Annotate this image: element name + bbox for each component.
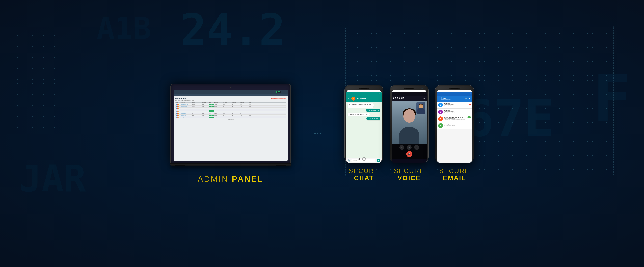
voice-statusbar: 12:30 ▲▲ ◼	[392, 92, 427, 96]
voice-nav-recent[interactable]: ▭	[418, 160, 420, 162]
email-avatar-3: N	[438, 116, 443, 121]
voice-speaker-button[interactable]: 🔊	[407, 145, 412, 150]
voice-nav-back[interactable]: ◁	[399, 160, 400, 162]
phone-speaker-email	[451, 88, 458, 89]
admin-nav-os[interactable]: OS	[185, 91, 188, 93]
chat-messages: Hi, I have a serious conversation. Are y…	[346, 102, 382, 158]
admin-col-authorize: Authorize	[240, 102, 249, 103]
phone-speaker-voice	[406, 88, 412, 89]
admin-add-button[interactable]: Add new account with Active Directory Ac…	[271, 98, 286, 99]
email-subject-1: Subject of the letter	[444, 104, 467, 105]
connection-dots	[314, 133, 321, 134]
chat-toolbar: ← A Ala Sammer ⋮	[346, 96, 382, 102]
laptop-section: MANAGE APPS OS LMS admin ▾	[170, 84, 291, 184]
email-item-3[interactable]: N nikolas_sammer_developer... Welcome to…	[437, 116, 472, 122]
voice-controls: 🎤 🔊 ⏸	[392, 144, 427, 159]
email-toolbar-title: Inbox	[442, 97, 464, 99]
caller-thumbnail	[416, 102, 426, 114]
email-item-4[interactable]: S Seven_team We found the right person	[437, 122, 472, 129]
admin-col-apps: Applications	[214, 102, 223, 103]
admin-panel-label: ADMIN PANEL	[198, 174, 264, 184]
email-subject-3: Welcome to our team	[444, 118, 466, 119]
conn-dot-3	[320, 133, 321, 134]
email-avatar-4: S	[438, 123, 443, 128]
admin-panel-label-text: ADMIN PANEL	[198, 174, 264, 184]
phones-section: 12:30 ▲▲ ◼ ← A Ala Sammer ⋮ Hi, I have a…	[345, 85, 474, 182]
voice-status-icons: ▲▲ ◼	[422, 93, 426, 94]
admin-col-name: Name/Nick	[192, 102, 202, 103]
admin-subtitle: All accounts are taken from Active Direc…	[175, 100, 286, 101]
voice-caller-portrait	[392, 101, 427, 144]
admin-col-apppol: App Policy	[223, 102, 232, 103]
chat-bubble-sent-1: Yeah, I listen carefully	[366, 109, 380, 112]
voice-app: 12:30 ▲▲ ◼ SECURE 00:42	[392, 92, 427, 163]
chat-send-button[interactable]: ▶	[376, 159, 380, 162]
phone-back-button[interactable]: ◁	[357, 158, 360, 160]
email-nav-icon[interactable]: ☰	[438, 98, 440, 100]
admin-col-status: Status	[209, 102, 214, 103]
email-sender-2: John Doe	[444, 110, 467, 111]
voice-mute-button[interactable]: 🎤	[400, 145, 404, 150]
phone-screen-voice: 12:30 ▲▲ ◼ SECURE 00:42	[392, 90, 427, 163]
table-row: ✎✕! hanna.w@corp.com Hanna W Linked Acti…	[175, 116, 286, 118]
table-row: ✎✕! galina.b@corp.com Galina B Linked Ac…	[175, 114, 286, 116]
chat-attach-icon[interactable]: 📎	[348, 159, 350, 162]
admin-logo	[276, 90, 282, 93]
table-row: ✎✕! andrei.danilov@corp.com Andrei Danil…	[175, 104, 286, 106]
phone-label-chat: SECURE CHAT	[345, 168, 383, 182]
voice-ctrl-row-1: 🎤 🔊 ⏸	[400, 145, 419, 150]
email-preview-4: We found the right person	[444, 125, 470, 126]
admin-nav: MANAGE APPS OS LMS	[175, 91, 276, 93]
voice-ctrl-row-2: 📵	[406, 151, 412, 157]
admin-subnav-account[interactable]: ACCOUNT	[183, 94, 188, 96]
admin-col-action: Action	[176, 102, 181, 103]
admin-nav-lms[interactable]: LMS	[188, 91, 191, 93]
voice-hold-icon: ⏸	[416, 146, 418, 148]
email-more-icon[interactable]: ⋮	[468, 98, 470, 100]
email-preview-2: Chat's the way the text is reduced...	[444, 112, 467, 113]
chat-contact-name: Ala Sammer	[357, 98, 377, 100]
email-status-icons: ▲▲ ◼	[467, 93, 471, 94]
admin-subnav-applications[interactable]: APPLICATIONS	[175, 94, 182, 96]
email-app: 12:31 ▲▲ ◼ ☰ Inbox lily_admin@corp.net	[437, 92, 472, 163]
voice-end-call-button[interactable]: 📵	[406, 151, 412, 157]
chat-more-icon[interactable]: ⋮	[378, 98, 380, 100]
chat-back-icon[interactable]: ←	[348, 98, 350, 100]
person-head	[403, 109, 415, 122]
admin-title-bar: Manage Accounts Add new account with Act…	[175, 98, 286, 99]
phone-recent-button[interactable]: ▭	[368, 158, 371, 160]
chat-status-icons: ▲▲ ◼	[376, 93, 380, 94]
caller-body	[417, 108, 425, 114]
voice-hold-button[interactable]: ⏸	[414, 145, 419, 150]
admin-panel: MANAGE APPS OS LMS admin ▾	[174, 90, 288, 160]
phone-screen-email: 12:31 ▲▲ ◼ ☰ Inbox lily_admin@corp.net	[437, 90, 472, 163]
voice-speaker-icon: 🔊	[408, 146, 410, 148]
laptop-screen: MANAGE APPS OS LMS admin ▾	[174, 90, 288, 160]
email-sender-1: John Doe	[444, 103, 467, 104]
laptop-camera	[230, 87, 231, 88]
phones-container: 12:30 ▲▲ ◼ ← A Ala Sammer ⋮ Hi, I have a…	[345, 85, 474, 182]
email-item-2[interactable]: J John Doe Subject of the letter Chat's …	[437, 108, 472, 116]
email-avatar-1: J	[438, 103, 443, 107]
email-meta-3: NEW	[468, 116, 471, 118]
chat-bubble-sent-2: Where can we meet?	[366, 117, 380, 120]
phone-home-button[interactable]	[362, 157, 366, 161]
email-subtitle: lily_admin@corp.net	[442, 99, 464, 100]
email-avatar-2: J	[438, 110, 443, 114]
phone-voice: 12:30 ▲▲ ◼ SECURE 00:42	[390, 85, 428, 162]
email-nav-bar	[437, 159, 472, 163]
admin-subbar: APPLICATIONS ACCOUNT OPTIMIZER POLICY	[174, 94, 288, 96]
email-search-icon[interactable]: 🔍	[465, 98, 468, 100]
admin-col-dept: Department	[202, 102, 209, 103]
chat-placeholder: Message	[352, 160, 357, 161]
email-time-2: 08:10	[468, 110, 471, 110]
voice-nav-home[interactable]: ○	[408, 160, 410, 162]
admin-subnav-policy[interactable]: OPTIMIZER POLICY	[189, 94, 198, 96]
voice-nav: ◁ ○ ▭	[392, 159, 427, 163]
admin-nav-manage[interactable]: MANAGE	[175, 91, 180, 93]
email-item-1[interactable]: J John Doe Subject of the letter We foun…	[437, 102, 472, 108]
admin-nav-apps[interactable]: APPS	[181, 91, 184, 93]
table-row: ✎✕! elena.popova@corp.com Elena Popova L…	[175, 111, 286, 113]
admin-col-auth: Authentication	[232, 102, 240, 103]
voice-mute-icon: 🎤	[401, 146, 403, 148]
